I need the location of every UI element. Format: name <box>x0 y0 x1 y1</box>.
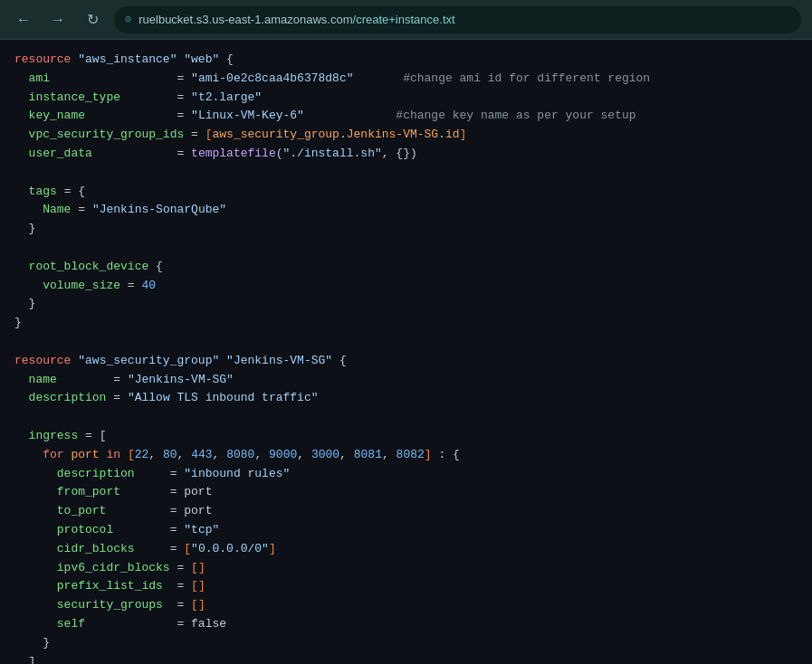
browser-window: ← → ↻ ⊙ ruelbucket.s3.us-east-1.amazonaw… <box>0 0 812 664</box>
lock-icon: ⊙ <box>125 13 131 26</box>
code-area: resource "aws_instance" "web" { ami = "a… <box>0 40 812 664</box>
address-bar[interactable]: ⊙ ruelbucket.s3.us-east-1.amazonaws.com/… <box>114 6 801 33</box>
url-path: /create+instance.txt <box>353 13 455 26</box>
code-block: resource "aws_instance" "web" { ami = "a… <box>14 51 798 664</box>
url-base: ruelbucket.s3.us-east-1.amazonaws.com <box>139 13 352 26</box>
forward-button[interactable]: → <box>45 7 71 33</box>
reload-button[interactable]: ↻ <box>80 7 105 33</box>
browser-toolbar: ← → ↻ ⊙ ruelbucket.s3.us-east-1.amazonaw… <box>0 0 812 40</box>
back-button[interactable]: ← <box>11 7 36 33</box>
url-text: ruelbucket.s3.us-east-1.amazonaws.com/cr… <box>139 13 454 26</box>
